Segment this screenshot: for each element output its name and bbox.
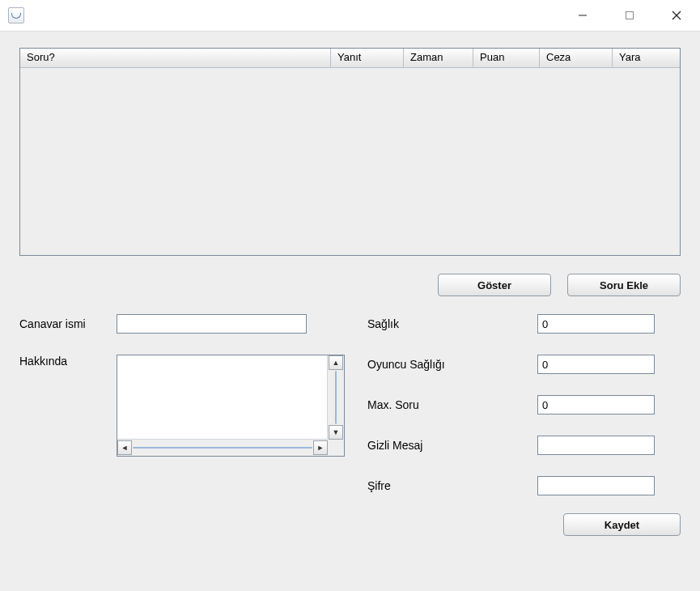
- save-button[interactable]: Kaydet: [563, 513, 681, 536]
- max-question-input[interactable]: [537, 395, 655, 415]
- table-header: Soru? Yanıt Zaman Puan Ceza Yara: [20, 49, 680, 68]
- about-textarea[interactable]: [117, 355, 328, 440]
- svg-rect-1: [626, 12, 634, 19]
- about-label: Hakkında: [19, 355, 117, 368]
- add-question-button[interactable]: Soru Ekle: [567, 274, 681, 296]
- column-soru[interactable]: Soru?: [20, 49, 331, 68]
- app-window: Soru? Yanıt Zaman Puan Ceza Yara Göster …: [0, 0, 700, 591]
- column-yara[interactable]: Yara: [613, 49, 680, 68]
- player-health-input[interactable]: [537, 355, 655, 374]
- java-icon: [8, 7, 24, 23]
- player-health-label: Oyuncu Sağlığı: [367, 358, 537, 371]
- horizontal-scrollbar[interactable]: ◄ ►: [117, 440, 328, 456]
- column-zaman[interactable]: Zaman: [404, 49, 473, 68]
- scroll-down-icon[interactable]: ▼: [329, 425, 343, 440]
- secret-message-input[interactable]: [537, 436, 655, 455]
- client-area: Soru? Yanıt Zaman Puan Ceza Yara Göster …: [0, 32, 700, 591]
- column-ceza[interactable]: Ceza: [540, 49, 613, 68]
- titlebar: [0, 0, 700, 32]
- scroll-up-icon[interactable]: ▲: [329, 355, 343, 370]
- about-scrollpane: ▲ ▼ ◄ ►: [117, 355, 345, 457]
- maximize-button[interactable]: [606, 0, 653, 31]
- password-label: Şifre: [367, 479, 537, 492]
- column-yanit[interactable]: Yanıt: [331, 49, 404, 68]
- scroll-thumb-v[interactable]: [335, 371, 337, 424]
- questions-table[interactable]: Soru? Yanıt Zaman Puan Ceza Yara: [19, 48, 681, 256]
- close-button[interactable]: [653, 0, 700, 31]
- minimize-button[interactable]: [559, 0, 606, 31]
- scroll-right-icon[interactable]: ►: [313, 440, 328, 455]
- column-puan[interactable]: Puan: [473, 49, 540, 68]
- scroll-corner: [328, 440, 344, 456]
- health-label: Sağlık: [367, 317, 537, 330]
- scroll-thumb-h[interactable]: [133, 447, 312, 449]
- show-button[interactable]: Göster: [438, 274, 551, 296]
- monster-name-label: Canavar ismi: [19, 317, 117, 330]
- monster-name-input[interactable]: [117, 314, 307, 334]
- scroll-left-icon[interactable]: ◄: [117, 440, 132, 455]
- table-body[interactable]: [20, 68, 680, 255]
- health-input[interactable]: [537, 314, 655, 334]
- password-input[interactable]: [537, 476, 655, 495]
- secret-message-label: Gizli Mesaj: [367, 439, 537, 452]
- max-question-label: Max. Soru: [367, 398, 537, 411]
- vertical-scrollbar[interactable]: ▲ ▼: [328, 355, 344, 440]
